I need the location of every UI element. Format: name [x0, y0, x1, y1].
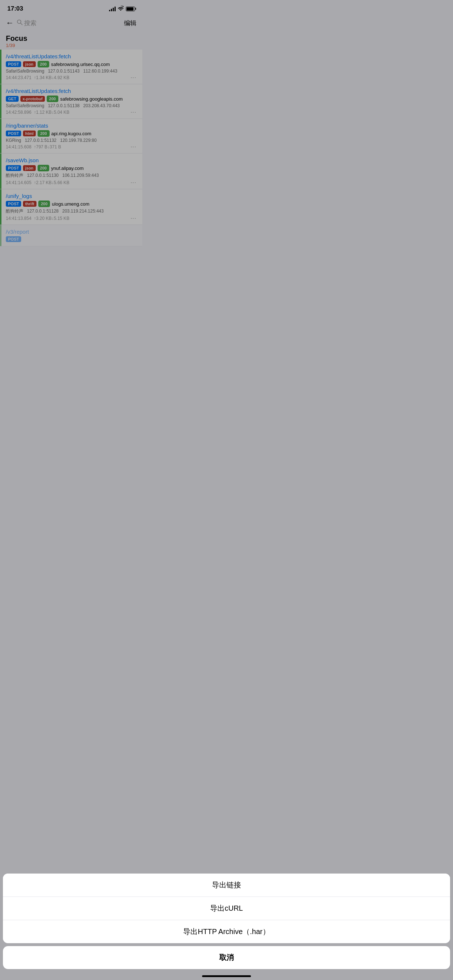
overlay — [0, 0, 142, 308]
